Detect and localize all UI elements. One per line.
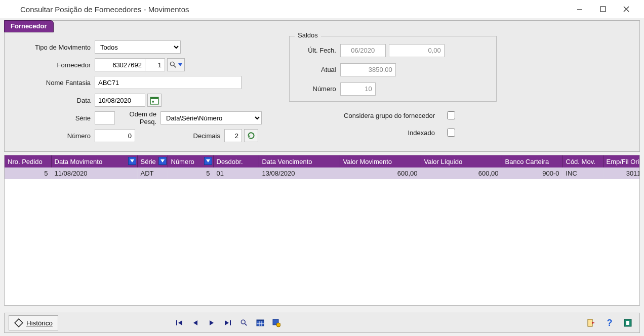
historico-label: Histórico [26, 319, 53, 327]
tools-button[interactable] [620, 315, 635, 330]
grid-view-button[interactable] [253, 315, 268, 330]
cell-banco-carteira: 900-0 [502, 167, 562, 179]
atual-value [340, 63, 396, 76]
search-icon [170, 61, 177, 68]
saldos-group: Saldos Últ. Fech. Atual Número [289, 36, 497, 102]
fornecedor-seq-input[interactable] [145, 58, 165, 71]
first-record-button[interactable] [172, 315, 187, 330]
window-title: Consultar Posição de Fornecedores - Movi… [20, 5, 568, 14]
col-serie[interactable]: Série [137, 155, 168, 167]
exit-button[interactable] [584, 315, 599, 330]
cell-cod-mov: INC [562, 167, 603, 179]
fornecedor-code-input[interactable] [95, 58, 145, 71]
cell-valor-liquido: 600,00 [421, 167, 502, 179]
ordem-pesq-label: Odem de Pesq. [120, 110, 160, 125]
atual-label: Atual [295, 66, 340, 73]
ult-fech-label: Últ. Fech. [295, 47, 340, 54]
last-icon [224, 319, 231, 326]
last-record-button[interactable] [220, 315, 235, 330]
nome-fantasia-input[interactable] [95, 76, 242, 89]
svg-point-17 [276, 323, 280, 327]
filter-panel: Fornecedor Tipo de Movimento Todos Forne… [4, 20, 640, 152]
serie-input[interactable] [95, 111, 115, 124]
serie-label: Série [14, 114, 95, 122]
maximize-button[interactable] [591, 2, 615, 17]
cell-emp-fil: 30110003 [603, 167, 640, 179]
grid-table[interactable]: Nro. Pedido Data Movimento Série Número … [5, 155, 640, 179]
ult-fech-month [340, 44, 386, 57]
fornecedor-lookup-button[interactable] [167, 58, 185, 71]
close-button[interactable] [615, 2, 638, 17]
cell-data-vencimento: 13/08/2020 [259, 167, 340, 179]
tools-icon [624, 318, 632, 327]
next-icon [208, 319, 215, 326]
export-button[interactable] [269, 315, 284, 330]
col-desdobr[interactable]: Desdobr. [213, 155, 259, 167]
svg-rect-12 [257, 320, 264, 321]
data-input[interactable] [95, 94, 145, 107]
grupo-fornecedor-label: Considera grupo do fornecedor [308, 112, 440, 119]
fornecedor-label: Fornecedor [14, 61, 95, 69]
exit-icon [587, 318, 595, 327]
cell-desdobr: 01 [213, 167, 259, 179]
col-valor-movimento[interactable]: Valor Movimento [340, 155, 421, 167]
next-record-button[interactable] [204, 315, 219, 330]
search-button[interactable] [236, 315, 252, 330]
col-emp-fil[interactable]: Emp/Fil Orig. [603, 155, 640, 167]
col-numero[interactable]: Número [168, 155, 213, 167]
date-picker-button[interactable] [147, 94, 162, 107]
minimize-button[interactable] [568, 2, 591, 17]
filter-dropdown-icon[interactable] [158, 157, 167, 165]
svg-rect-18 [588, 319, 592, 326]
col-cod-mov[interactable]: Cód. Mov. [562, 155, 603, 167]
prev-icon [192, 319, 199, 326]
window-controls [568, 2, 638, 17]
tab-fornecedor[interactable]: Fornecedor [4, 20, 54, 32]
historico-button[interactable]: Histórico [9, 315, 58, 330]
col-banco-carteira[interactable]: Banco Carteira [502, 155, 562, 167]
calendar-icon [150, 96, 159, 105]
filter-dropdown-icon[interactable] [128, 157, 136, 165]
cell-numero: 5 [168, 167, 213, 179]
decimais-input[interactable] [224, 129, 242, 142]
numero-input[interactable] [95, 129, 135, 142]
svg-rect-8 [230, 320, 231, 325]
cell-nro-pedido: 5 [5, 167, 51, 179]
data-label: Data [14, 97, 95, 104]
help-button[interactable]: ? [602, 315, 617, 330]
numero-label: Número [14, 132, 95, 140]
prev-record-button[interactable] [188, 315, 203, 330]
cell-valor-movimento: 600,00 [340, 167, 421, 179]
col-nro-pedido[interactable]: Nro. Pedido [5, 155, 51, 167]
diamond-icon [14, 318, 23, 327]
saldos-numero-value [340, 82, 376, 96]
search-icon [240, 319, 248, 326]
first-icon [176, 319, 183, 326]
grupo-fornecedor-checkbox[interactable] [447, 111, 455, 119]
refresh-button[interactable] [244, 129, 258, 142]
record-nav [172, 315, 284, 330]
table-row[interactable]: 5 11/08/2020 ADT 5 01 13/08/2020 600,00 … [5, 167, 640, 179]
col-data-movimento[interactable]: Data Movimento [51, 155, 137, 167]
indexado-checkbox[interactable] [447, 129, 455, 137]
svg-rect-7 [176, 320, 177, 325]
saldos-title: Saldos [295, 31, 321, 39]
help-icon: ? [607, 318, 613, 328]
svg-line-3 [174, 66, 176, 68]
svg-point-2 [170, 62, 174, 66]
chevron-down-icon [178, 63, 182, 66]
ordem-pesq-select[interactable]: Data\Série\Número [160, 111, 262, 124]
grid-header-row: Nro. Pedido Data Movimento Série Número … [5, 155, 640, 167]
export-icon [272, 318, 280, 327]
col-valor-liquido[interactable]: Valor Líquido [421, 155, 502, 167]
tipo-movimento-select[interactable]: Todos [95, 40, 181, 54]
saldos-numero-label: Número [295, 85, 340, 93]
grid-icon [256, 318, 264, 327]
refresh-icon [247, 131, 256, 140]
indexado-label: Indexado [308, 129, 440, 137]
nome-fantasia-label: Nome Fantasia [14, 79, 95, 87]
col-data-vencimento[interactable]: Data Vencimento [259, 155, 340, 167]
svg-rect-5 [150, 97, 158, 99]
filter-dropdown-icon[interactable] [204, 157, 212, 165]
cell-data-movimento: 11/08/2020 [51, 167, 137, 179]
